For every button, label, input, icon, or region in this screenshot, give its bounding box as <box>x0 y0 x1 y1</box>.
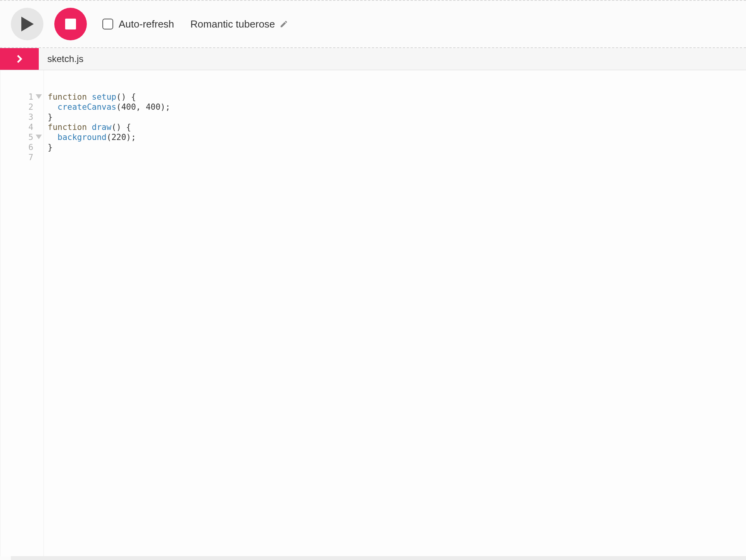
line-number: 6 <box>0 142 43 152</box>
stop-button[interactable] <box>54 8 87 40</box>
filename-label: sketch.js <box>47 54 83 64</box>
auto-refresh-label: Auto-refresh <box>119 18 174 30</box>
line-number: 1 <box>0 92 43 102</box>
svg-marker-0 <box>21 17 34 31</box>
auto-refresh-toggle[interactable]: Auto-refresh <box>102 18 174 30</box>
sketch-name: Romantic tuberose <box>190 18 275 30</box>
play-button[interactable] <box>11 8 43 40</box>
pencil-icon[interactable] <box>280 20 288 28</box>
fold-marker-icon[interactable] <box>36 135 42 139</box>
code-line[interactable]: } <box>48 112 746 122</box>
code-line[interactable]: function setup() { <box>48 92 746 102</box>
chevron-right-icon <box>14 54 24 64</box>
checkbox-icon <box>102 19 113 29</box>
sketch-name-container: Romantic tuberose <box>190 18 288 30</box>
code-line[interactable]: function draw() { <box>48 122 746 132</box>
filename-tab[interactable]: sketch.js <box>39 48 746 70</box>
stop-icon <box>65 19 76 29</box>
fold-marker-icon[interactable] <box>36 94 42 99</box>
line-number-gutter: 1234567 <box>0 70 44 557</box>
sidebar-toggle-button[interactable] <box>0 48 39 70</box>
line-number: 3 <box>0 112 43 122</box>
file-header: sketch.js <box>0 48 746 70</box>
code-line[interactable]: createCanvas(400, 400); <box>48 102 746 112</box>
code-editor: 1234567 function setup() { createCanvas(… <box>0 70 746 557</box>
line-number: 4 <box>0 122 43 132</box>
toolbar: Auto-refresh Romantic tuberose <box>0 0 746 48</box>
line-number: 7 <box>0 152 43 162</box>
bottom-scrollbar[interactable] <box>11 556 746 560</box>
line-number: 5 <box>0 132 43 142</box>
code-area[interactable]: function setup() { createCanvas(400, 400… <box>44 70 746 557</box>
line-number: 2 <box>0 102 43 112</box>
play-icon <box>21 17 34 31</box>
svg-rect-1 <box>65 19 76 29</box>
code-line[interactable]: background(220); <box>48 132 746 142</box>
code-line[interactable]: } <box>48 142 746 152</box>
